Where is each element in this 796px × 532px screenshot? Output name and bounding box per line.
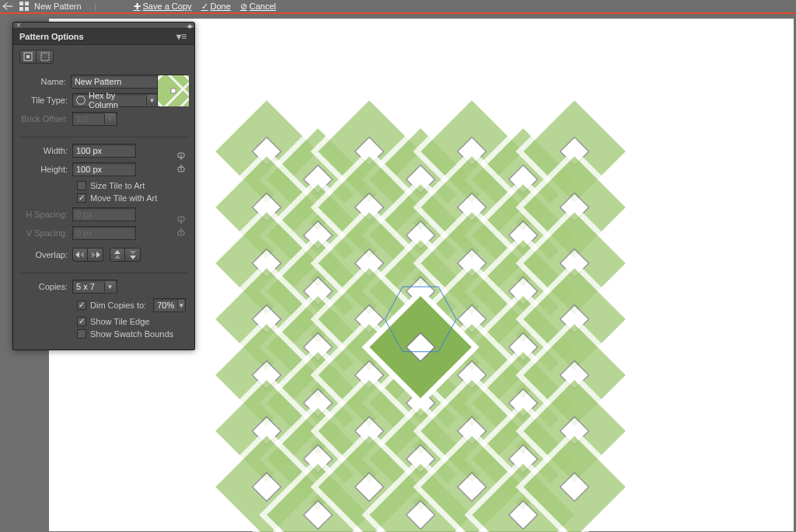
- svg-rect-2: [19, 7, 23, 11]
- pattern-tool-buttons: [19, 50, 188, 64]
- move-tile-with-art-label: Move Tile with Art: [90, 193, 157, 203]
- cancel-label: Cancel: [250, 2, 276, 11]
- chevron-down-icon: ▼: [104, 113, 115, 124]
- svg-marker-116: [96, 252, 100, 258]
- v-spacing-input: [72, 226, 136, 240]
- collapse-icon[interactable]: ◀▶: [187, 23, 191, 30]
- brick-offset-select: 1/2 ▼: [72, 112, 117, 126]
- checkbox-icon: [77, 181, 86, 190]
- show-tile-edge-label: Show Tile Edge: [90, 317, 149, 326]
- svg-rect-3: [25, 7, 29, 11]
- pattern-mode-icon: [19, 1, 30, 12]
- save-copy-label: Save a Copy: [143, 2, 192, 11]
- overlap-bottom-button[interactable]: [125, 248, 141, 262]
- panel-titlebar[interactable]: Pattern Options ▾≡: [13, 29, 194, 45]
- dim-copies-select[interactable]: 70% ▼: [153, 298, 186, 312]
- done-label: Done: [211, 2, 231, 11]
- name-label: Name:: [19, 77, 71, 86]
- svg-rect-107: [171, 89, 176, 93]
- checkbox-icon: [77, 329, 86, 339]
- svg-rect-1: [25, 2, 29, 5]
- svg-marker-120: [130, 256, 136, 259]
- pattern-tile-tool-alt-button[interactable]: [37, 50, 54, 64]
- panel-chrome[interactable]: × ◀▶: [13, 23, 194, 29]
- modebar-separator: ｜: [91, 1, 100, 12]
- copies-value: 5 x 7: [76, 282, 101, 291]
- link-dimensions-icon[interactable]: [174, 151, 188, 173]
- size-tile-to-art-label: Size Tile to Art: [90, 181, 145, 190]
- chevron-down-icon: ▼: [146, 95, 157, 106]
- svg-marker-117: [114, 250, 120, 254]
- overlap-horizontal-group: [72, 248, 103, 262]
- dim-copies-label: Dim Copies to:: [90, 301, 146, 310]
- svg-marker-113: [75, 252, 79, 258]
- hexagon-icon: [76, 96, 86, 105]
- svg-rect-105: [41, 53, 49, 61]
- svg-marker-115: [92, 252, 96, 258]
- pattern-tile-tool-button[interactable]: [19, 50, 37, 64]
- move-tile-with-art-checkbox[interactable]: Move Tile with Art: [77, 193, 188, 203]
- svg-marker-114: [80, 252, 84, 258]
- pattern-options-panel: × ◀▶ Pattern Options ▾≡: [12, 22, 195, 350]
- overlap-right-button[interactable]: [88, 248, 103, 262]
- check-icon: ✓: [201, 2, 208, 12]
- dim-copies-checkbox[interactable]: Dim Copies to: 70% ▼: [77, 298, 188, 312]
- pattern-edit-modebar: New Pattern ｜ ✚ Save a Copy ✓ Done ⊘ Can…: [0, 0, 796, 14]
- link-spacing-icon[interactable]: [174, 215, 188, 237]
- show-swatch-bounds-label: Show Swatch Bounds: [90, 329, 173, 339]
- done-button[interactable]: ✓ Done: [201, 2, 231, 12]
- chevron-down-icon: ▼: [177, 300, 184, 311]
- copies-select[interactable]: 5 x 7 ▼: [72, 280, 117, 294]
- panel-body: Name: Tile Type: Hex by Column ▼ Brick O…: [13, 45, 194, 349]
- h-spacing-label: H Spacing:: [19, 210, 72, 219]
- cancel-button[interactable]: ⊘ Cancel: [240, 2, 276, 12]
- save-copy-button[interactable]: ✚ Save a Copy: [134, 2, 192, 12]
- mode-name-label: New Pattern: [34, 2, 82, 11]
- overlap-label: Overlap:: [19, 250, 72, 259]
- height-input[interactable]: [72, 162, 136, 176]
- h-spacing-input: [72, 207, 136, 221]
- cancel-icon: ⊘: [240, 2, 247, 12]
- width-input[interactable]: [72, 144, 136, 158]
- show-tile-edge-checkbox[interactable]: Show Tile Edge: [77, 317, 188, 326]
- checkbox-icon: [77, 317, 86, 326]
- size-tile-to-art-checkbox[interactable]: Size Tile to Art: [77, 181, 188, 190]
- svg-marker-119: [130, 251, 136, 255]
- checkbox-icon: [77, 193, 86, 203]
- dim-copies-value: 70%: [157, 301, 174, 310]
- v-spacing-label: V Spacing:: [19, 228, 72, 238]
- plus-icon: ✚: [134, 2, 141, 12]
- show-swatch-bounds-checkbox[interactable]: Show Swatch Bounds: [77, 329, 188, 339]
- panel-title: Pattern Options: [19, 32, 84, 41]
- height-label: Height:: [19, 165, 72, 174]
- svg-rect-104: [26, 55, 30, 58]
- tile-type-select[interactable]: Hex by Column ▼: [72, 93, 159, 107]
- svg-marker-118: [114, 255, 120, 259]
- close-icon[interactable]: ×: [16, 21, 21, 30]
- overlap-top-button[interactable]: [110, 248, 125, 262]
- overlap-vertical-group: [110, 248, 141, 262]
- brick-offset-value: 1/2: [76, 114, 101, 123]
- panel-flyout-menu-icon[interactable]: ▾≡: [175, 31, 188, 42]
- checkbox-icon: [77, 301, 86, 310]
- svg-marker-108: [76, 96, 86, 104]
- copies-label: Copies:: [19, 282, 72, 291]
- chevron-down-icon: ▼: [104, 281, 115, 292]
- svg-rect-0: [19, 2, 23, 5]
- brick-offset-label: Brick Offset:: [19, 114, 72, 123]
- tile-type-label: Tile Type:: [19, 96, 72, 105]
- overlap-left-button[interactable]: [72, 248, 88, 262]
- pattern-preview-swatch: [157, 75, 188, 106]
- tile-type-value: Hex by Column: [89, 91, 143, 110]
- width-label: Width:: [19, 146, 72, 155]
- back-arrow-icon[interactable]: [2, 1, 14, 12]
